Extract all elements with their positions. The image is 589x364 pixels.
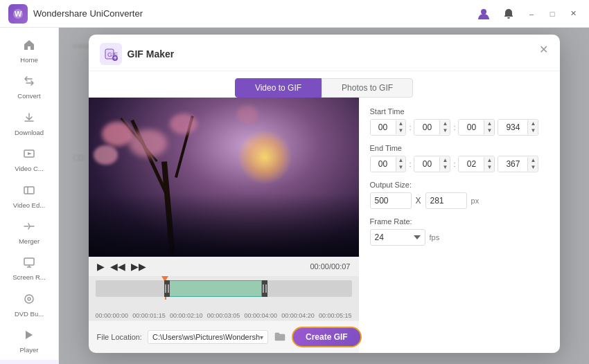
ruler-label-0: 00:00:00:00 [96, 312, 129, 319]
sidebar-item-player[interactable]: Player [0, 323, 58, 359]
merger-icon [23, 220, 35, 235]
frame-rate-label: Frame Rate: [370, 217, 549, 226]
sidebar-item-merger[interactable]: Merger [0, 215, 58, 251]
gif-modal: GIF + GIF Maker ✕ Video to GIF Photos to… [89, 35, 560, 353]
start-ms-up[interactable]: ▲ [528, 120, 538, 127]
start-hour-input[interactable] [371, 120, 396, 135]
add-file-icon[interactable]: GIF + [100, 43, 122, 65]
timeline-handle-left[interactable] [164, 280, 170, 297]
sidebar-item-video-compress[interactable]: Video C... [0, 142, 58, 178]
sidebar-item-download[interactable]: Download [0, 106, 58, 142]
file-location-bar: File Location: C:\Users\ws\Pictures\Wond… [89, 320, 359, 353]
sidebar-item-video-edit[interactable]: Video Ed... [0, 179, 58, 215]
end-ms-input[interactable] [498, 156, 527, 172]
start-sec-down[interactable]: ▼ [484, 127, 494, 134]
video-preview-panel: ▶ ◀◀ ▶▶ 00:00/00:07 [89, 98, 359, 353]
fps-label: fps [430, 233, 440, 242]
svg-text:W: W [15, 10, 22, 18]
start-ms-input[interactable] [498, 120, 527, 135]
start-min-up[interactable]: ▲ [440, 120, 450, 127]
framerate-select[interactable]: 24 12 15 30 [370, 229, 425, 246]
user-icon-btn[interactable] [474, 4, 493, 24]
bell-icon-btn[interactable] [499, 4, 518, 24]
close-button[interactable]: ✕ [565, 6, 581, 21]
scene-vignette [89, 193, 359, 257]
sidebar-screen-label: Screen R... [12, 273, 46, 281]
svg-rect-7 [24, 258, 34, 265]
title-bar: W Wondershare UniConverter – □ ✕ [0, 0, 589, 28]
start-ms-down[interactable]: ▼ [528, 127, 538, 134]
tab-video-to-gif[interactable]: Video to GIF [235, 78, 322, 98]
width-input[interactable] [370, 192, 412, 209]
end-time-inputs: ▲ ▼ : ▲ ▼ [370, 156, 549, 172]
folder-browse-button[interactable] [274, 330, 286, 345]
sidebar-item-toolbox[interactable]: Toolbox [0, 360, 58, 364]
start-hour-input-group: ▲ ▼ [370, 119, 407, 136]
height-input[interactable] [425, 192, 467, 209]
start-min-input[interactable] [414, 120, 439, 135]
modal-body: ▶ ◀◀ ▶▶ 00:00/00:07 [89, 98, 560, 353]
play-button[interactable]: ▶ [97, 261, 105, 272]
end-ms-up[interactable]: ▲ [528, 157, 538, 164]
blossom-5 [237, 106, 258, 123]
next-frame-button[interactable]: ▶▶ [131, 261, 146, 272]
create-gif-button[interactable]: Create GIF [292, 327, 362, 347]
svg-point-2 [481, 9, 486, 15]
sidebar-dvd-label: DVD Bu... [15, 310, 44, 318]
timeline-selection[interactable] [165, 280, 262, 297]
end-sec-down[interactable]: ▼ [484, 164, 494, 171]
file-location-input[interactable]: C:\Users\ws\Pictures\Wondersh ▾ [148, 330, 268, 344]
end-sec-spinner: ▲ ▼ [484, 157, 494, 171]
sidebar-video-e-label: Video Ed... [13, 201, 45, 209]
time-display: 00:00/00:07 [310, 262, 350, 271]
end-hour-up[interactable]: ▲ [396, 157, 406, 164]
sidebar-item-convert[interactable]: Convert [0, 69, 58, 105]
end-ms-down[interactable]: ▼ [528, 164, 538, 171]
start-sec-spinner: ▲ ▼ [484, 120, 494, 134]
download-icon [23, 111, 35, 127]
start-sec-up[interactable]: ▲ [484, 120, 494, 127]
end-sec-input[interactable] [459, 156, 484, 172]
timeline-handle-right[interactable] [262, 280, 267, 297]
sidebar-item-screen[interactable]: Screen R... [0, 251, 58, 286]
start-hour-up[interactable]: ▲ [396, 120, 406, 127]
start-min-down[interactable]: ▼ [440, 127, 450, 134]
sidebar-item-home[interactable]: Home [0, 33, 58, 69]
end-time-label: End Time [370, 144, 549, 152]
end-hour-down[interactable]: ▼ [396, 164, 406, 171]
end-time-section: End Time ▲ ▼ : [370, 144, 549, 172]
size-unit-label: px [471, 197, 480, 205]
timeline-area [89, 276, 359, 311]
app-title: Wondershare UniConverter [33, 8, 143, 19]
svg-text:+: + [113, 55, 116, 61]
start-min-input-group: ▲ ▼ [414, 119, 450, 136]
sidebar: Home Convert Download Video C... Video E… [0, 28, 59, 364]
tab-photos-to-gif[interactable]: Photos to GIF [322, 78, 413, 98]
end-min-down[interactable]: ▼ [440, 164, 450, 171]
video-controls-bar: ▶ ◀◀ ▶▶ 00:00/00:07 [89, 257, 359, 276]
main-layout: Home Convert Download Video C... Video E… [0, 28, 589, 364]
end-min-input[interactable] [414, 156, 439, 172]
end-min-up[interactable]: ▲ [440, 157, 450, 164]
modal-overlay: GIF + GIF Maker ✕ Video to GIF Photos to… [59, 28, 589, 364]
start-hour-spinner: ▲ ▼ [396, 120, 406, 134]
ruler-label-3: 00:00:03:05 [207, 312, 240, 319]
end-ms-input-group: ▲ ▼ [498, 156, 538, 172]
start-hour-down[interactable]: ▼ [396, 127, 406, 134]
prev-frame-button[interactable]: ◀◀ [110, 261, 125, 272]
tab-bar: Video to GIF Photos to GIF [89, 71, 560, 98]
start-time-inputs: ▲ ▼ : ▲ ▼ [370, 119, 549, 136]
blossom-3 [170, 113, 197, 134]
end-hour-input-group: ▲ ▼ [370, 156, 407, 172]
timeline-ruler: 00:00:00:00 00:00:01:15 00:00:02:10 00:0… [89, 311, 359, 320]
start-sec-input[interactable] [459, 120, 484, 135]
framerate-row: 24 12 15 30 fps [370, 229, 549, 246]
minimize-button[interactable]: – [524, 6, 539, 21]
end-hour-input[interactable] [371, 156, 396, 172]
maximize-button[interactable]: □ [545, 6, 560, 21]
modal-close-button[interactable]: ✕ [536, 42, 552, 57]
sidebar-item-dvd[interactable]: DVD Bu... [0, 287, 58, 323]
end-hour-spinner: ▲ ▼ [396, 157, 406, 171]
sidebar-home-label: Home [20, 56, 37, 64]
end-sec-up[interactable]: ▲ [484, 157, 494, 164]
